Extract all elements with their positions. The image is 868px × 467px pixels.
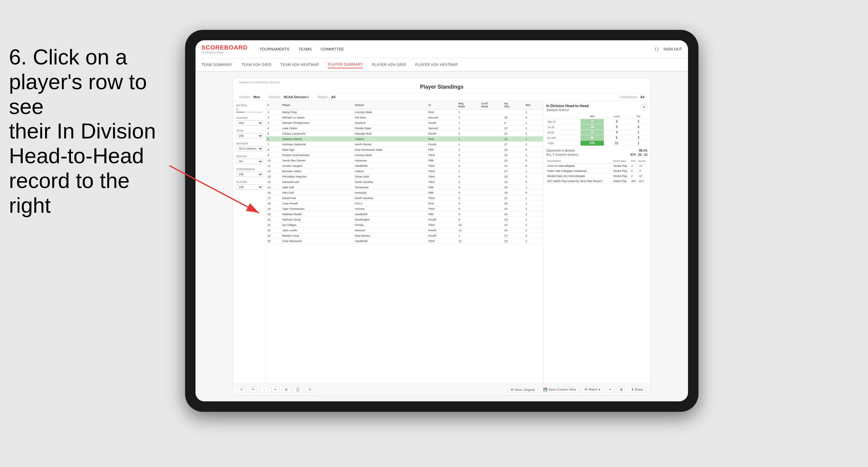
table-row[interactable]: 17 David Ford North Carolina Third 2 21 …: [266, 195, 543, 201]
h2h-title: In Division Head-to-Head: [546, 104, 589, 108]
tab-team-h2h-grid[interactable]: TEAM H2H GRID: [242, 61, 272, 68]
h2h-record-table: Win Loss Tie Top 10 8 3 2 11-25 20 9 5: [546, 114, 647, 146]
table-row[interactable]: 11 Gordon Sargent Vanderbilt Third 4 21 …: [266, 163, 543, 168]
nav-right: ⟨ ⟩ Sign out: [655, 46, 682, 53]
grid-button[interactable]: ⊞: [617, 386, 625, 393]
nav-icons: ⟨ ⟩: [655, 47, 659, 51]
filter-division: Division: NCAA Division I: [269, 95, 309, 99]
instruction-text: 6. Click on a player's row to see their …: [0, 36, 173, 227]
nav-committee[interactable]: COMMITTEE: [320, 46, 344, 53]
table-row[interactable]: 1 Wenyi Ding Arizona State First 1 1: [266, 110, 543, 115]
update-time: Update time: 27/03/2024 16:56:26: [239, 81, 645, 84]
table-row[interactable]: 15 Jake Hall Tennessee Fifth 4 26 1: [266, 185, 543, 190]
nav-tournaments[interactable]: TOURNAMENTS: [259, 46, 289, 53]
table-row[interactable]: 14 Maxwell Ford North Carolina Third 2 2…: [266, 179, 543, 185]
undo-button[interactable]: ↶: [238, 386, 246, 393]
nav-links: TOURNAMENTS TEAMS COMMITTEE: [259, 46, 655, 53]
table-row[interactable]: 16 Alex Goff Kentucky Fifth 8 19 0: [266, 190, 543, 195]
standings-table: # Player School Yr RegRank ConfRank No.R…: [266, 101, 543, 244]
table-row[interactable]: 2 Michael La Sasse Ole Miss Second 1 18 …: [266, 115, 543, 120]
page-title: Player Standings: [239, 84, 645, 90]
table-row[interactable]: 7 Nicholas Gabrelcik North Florida Fourt…: [266, 142, 543, 147]
filter-player-sidebar: Player (All): [236, 181, 263, 190]
h2h-row: 11-25 20 9 5: [546, 124, 647, 130]
filter-gender-sidebar: Gender Men: [236, 116, 263, 126]
table-area: # Player School Yr RegRank ConfRank No.R…: [266, 101, 543, 384]
forward-button[interactable]: →: [260, 387, 268, 393]
cut-button[interactable]: ✂: [271, 386, 279, 393]
year-select[interactable]: (All): [236, 133, 263, 138]
filter-region: Region: All: [318, 95, 336, 99]
bottom-toolbar: ↶ ↷ → ✂ ⧉ 📋 ↺ 👁 View: Original 💾 Save Cu…: [233, 384, 650, 395]
close-h2h-button[interactable]: ×: [641, 104, 647, 111]
table-row[interactable]: 8 Mats Ege East Tennessee State Fifth 1 …: [266, 147, 543, 153]
table-row[interactable]: 18 Luke Powell UCLA First 4 24 1: [266, 201, 543, 206]
table-row[interactable]: 9 Preston Summerhays Arizona State Third…: [266, 153, 543, 158]
panel-filters: Gender: Men Division: NCAA Division I Re…: [233, 93, 650, 101]
filter-sidebar: No Rds. 6... Gender Men Year: [233, 101, 266, 384]
tab-team-h2h-heatmap[interactable]: TEAM H2H HEATMAP: [280, 61, 319, 68]
save-custom-view-button[interactable]: 💾 Save Custom View: [540, 386, 579, 393]
refresh-button[interactable]: ↺: [306, 386, 314, 393]
panel-header: Update time: 27/03/2024 16:56:26 Player …: [233, 78, 650, 93]
scoreboard-title: SCOREBOARD: [202, 44, 247, 51]
paste-button[interactable]: 📋: [293, 386, 303, 393]
gender-select[interactable]: Men: [236, 120, 263, 126]
panel-body: No Rds. 6... Gender Men Year: [233, 101, 650, 384]
tournament-row: Fallen Oak Collegiate Invitational Strok…: [546, 168, 647, 174]
player-select[interactable]: (All): [236, 184, 263, 190]
table-row[interactable]: 24 Bastien Amat New Mexico Fourth 1 27 2: [266, 233, 543, 239]
table-row[interactable]: 19 Tiger Christensen Arizona Third 8 23 …: [266, 206, 543, 212]
annotate-button[interactable]: ✏: [606, 386, 614, 393]
region-select[interactable]: N/A: [236, 159, 263, 164]
table-row[interactable]: 23 Jack Lundin Missouri Fourth 11 24 0: [266, 228, 543, 233]
opponents-value: 98.1%: [639, 149, 647, 152]
filter-conference-sidebar: Conference (All): [236, 168, 263, 177]
table-row[interactable]: 25 Cole Sherwood Vanderbilt Third 12 23 …: [266, 239, 543, 244]
table-row[interactable]: 6 Jackson Koivun Auburn First 1 22 1: [266, 136, 543, 142]
tablet-frame: SCOREBOARD Powered by clippd TOURNAMENTS…: [185, 30, 699, 412]
h2h-header: In Division Head-to-Head Jackson Koivun …: [546, 104, 647, 112]
filter-year-sidebar: Year (All): [236, 129, 263, 138]
tournament-row: SEC Match Play hosted by Jerry Pate Roun…: [546, 179, 647, 184]
table-row[interactable]: 20 Matthew Riedel Vanderbilt Fifth 3 24 …: [266, 212, 543, 217]
table-row[interactable]: 21 Taehoon Song Washington Fourth 6 23 1: [266, 217, 543, 222]
tablet-screen: SCOREBOARD Powered by clippd TOURNAMENTS…: [195, 40, 688, 401]
watch-button[interactable]: 👁 Watch ▾: [582, 386, 603, 393]
h2h-player-name: Jackson Koivun: [546, 108, 589, 112]
tournament-row: Amer Ari Intercollegiate Stroke Play 4 -…: [546, 163, 647, 168]
nav-bar: SCOREBOARD Powered by clippd TOURNAMENTS…: [195, 40, 688, 58]
table-header-row: # Player School Yr RegRank ConfRank No.R…: [266, 101, 543, 110]
h2h-panel: In Division Head-to-Head Jackson Koivun …: [543, 101, 650, 384]
conference-select[interactable]: (All): [236, 172, 263, 177]
table-row[interactable]: 12 Brendan Valles Auburn Third 1 27 1: [266, 168, 543, 174]
h2h-row: 51-100 46 6 3: [546, 135, 647, 141]
division-select[interactable]: NCAA Division I: [236, 146, 263, 151]
tournament-row: Mirabel Maui Jim Intercollegiate Stroke …: [546, 174, 647, 179]
tab-player-h2h-heatmap[interactable]: PLAYER H2H HEATMAP: [415, 61, 458, 68]
table-row[interactable]: 22 Ian Gilligan Florida Third 10 24 1: [266, 222, 543, 228]
dashboard-panel: Update time: 27/03/2024 16:56:26 Player …: [233, 77, 651, 395]
h2h-row: >100 578 11 1: [546, 141, 647, 146]
table-row[interactable]: 3 Michael Thorbjornsen Stanford Fourth 1…: [266, 120, 543, 126]
copy-button[interactable]: ⧉: [282, 386, 290, 393]
table-row[interactable]: 4 Luke Claton Florida State Second 1 27 …: [266, 126, 543, 131]
scoreboard-logo: SCOREBOARD Powered by clippd: [202, 44, 247, 54]
table-row[interactable]: 13 Phichaksn Maichon Texas A&M Third 6 3…: [266, 174, 543, 179]
redo-button[interactable]: ↷: [249, 386, 257, 393]
view-original-button[interactable]: 👁 View: Original: [508, 387, 537, 393]
main-content: Update time: 27/03/2024 16:56:26 Player …: [195, 72, 688, 401]
tab-player-h2h-grid[interactable]: PLAYER H2H GRID: [372, 61, 406, 68]
h2h-row: Top 10 8 3 2: [546, 119, 647, 124]
table-row[interactable]: 10 Jacob Mac Diesen Arkansas Fifth 1 23 …: [266, 158, 543, 163]
tab-player-summary[interactable]: PLAYER SUMMARY: [328, 61, 363, 68]
wlt-value: 674 - 33 - 12: [630, 153, 647, 156]
filter-region-sidebar: Region N/A: [236, 155, 263, 164]
tournament-table: Tournament Event Type Pos Score Amer Ari…: [546, 159, 647, 184]
nav-teams[interactable]: TEAMS: [299, 46, 312, 53]
share-button[interactable]: ⬆ Share: [628, 386, 646, 393]
scoreboard-subtitle: Powered by clippd: [202, 51, 247, 54]
tab-team-summary[interactable]: TEAM SUMMARY: [202, 61, 232, 68]
table-row[interactable]: 5 Christo Lamprecht Georgia Tech Fourth …: [266, 131, 543, 136]
sign-out-button[interactable]: Sign out: [663, 46, 682, 53]
